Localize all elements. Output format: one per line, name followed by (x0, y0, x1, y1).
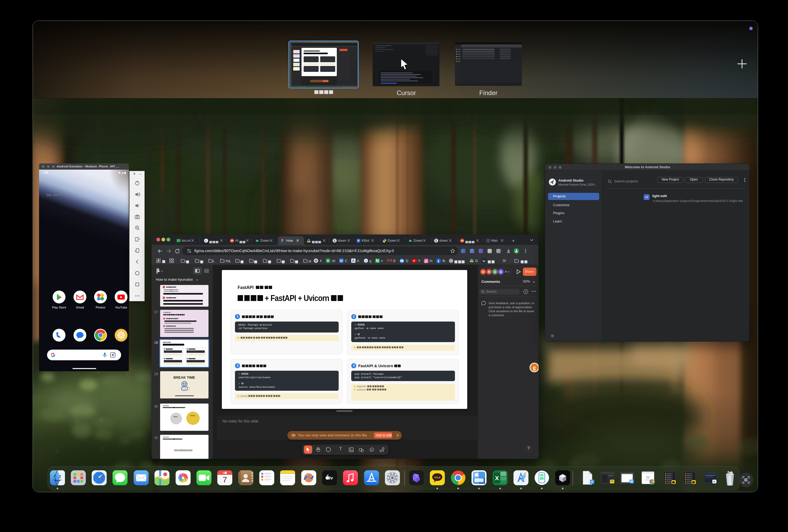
svg-text:tv: tv (329, 475, 333, 480)
svg-text:GP: GP (460, 240, 464, 242)
svg-text:G: G (205, 239, 207, 242)
svg-text:GP: GP (231, 240, 234, 242)
svg-text:7: 7 (223, 475, 227, 484)
svg-text::  (487, 239, 489, 242)
svg-text:6: 6 (223, 471, 224, 474)
svg-text:TALK: TALK (434, 476, 440, 479)
svg-text:X: X (495, 475, 499, 482)
svg-text:G: G (365, 259, 367, 262)
